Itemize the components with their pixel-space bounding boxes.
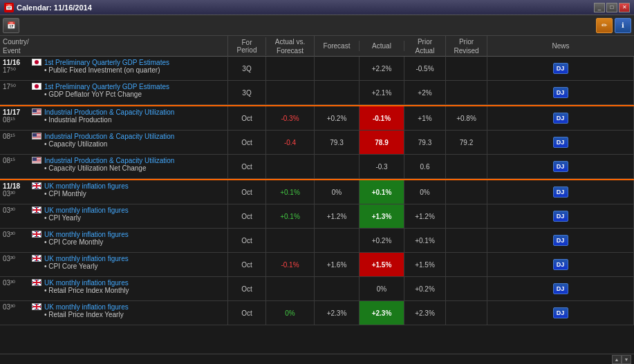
- cell-period: Oct: [228, 204, 266, 228]
- event-subtitle: • GDP Deflator YoY Pct Change: [44, 90, 225, 98]
- header-actual-vs-forecast: Actual vs. Forecast: [266, 36, 315, 57]
- cell-date-event: 17⁵⁰1st Preliminary Quarterly GDP Estima…: [0, 81, 228, 104]
- table-row[interactable]: 08¹⁵Industrial Production & Capacity Uti…: [0, 155, 634, 179]
- event-title: Industrial Production & Capacity Utiliza…: [44, 157, 225, 164]
- info-button[interactable]: ℹ: [615, 18, 631, 33]
- cell-news[interactable]: DJ: [487, 57, 634, 80]
- dj-news-button[interactable]: DJ: [553, 161, 568, 172]
- cell-news[interactable]: DJ: [487, 277, 634, 300]
- cell-period: 3Q: [228, 57, 266, 80]
- dj-news-button[interactable]: DJ: [553, 235, 568, 246]
- cell-actual-vs-forecast: +0.1%: [266, 180, 315, 204]
- event-time: 03³⁰: [3, 231, 29, 238]
- cell-news[interactable]: DJ: [487, 229, 634, 252]
- title-bar: 📅 Calendar: 11/16/2014 _ □ ✕: [0, 0, 634, 15]
- dj-news-button[interactable]: DJ: [553, 283, 568, 294]
- cell-prior-revised: [446, 204, 487, 228]
- info-icon: ℹ: [622, 21, 624, 29]
- dj-news-button[interactable]: DJ: [553, 259, 568, 270]
- table-row[interactable]: 03³⁰UK monthly inflation figures• Retail…: [0, 301, 634, 325]
- cell-actual: +0.1%: [360, 180, 404, 204]
- dj-news-button[interactable]: DJ: [553, 87, 568, 98]
- cell-news[interactable]: DJ: [487, 204, 634, 228]
- scroll-up-button[interactable]: ▲: [612, 355, 622, 364]
- scroll-down-button[interactable]: ▼: [622, 355, 631, 364]
- date-time-block: 17⁵⁰: [3, 83, 29, 90]
- calendar-button[interactable]: 📅: [3, 18, 19, 33]
- table-row[interactable]: 11/1803³⁰UK monthly inflation figures• C…: [0, 180, 634, 204]
- cell-news[interactable]: DJ: [487, 301, 634, 325]
- cell-actual-vs-forecast: 0%: [266, 301, 315, 325]
- cell-news[interactable]: DJ: [487, 81, 634, 104]
- event-info: Industrial Production & Capacity Utiliza…: [44, 133, 225, 148]
- dj-news-button[interactable]: DJ: [553, 63, 568, 74]
- event-subtitle: • CPI Core Monthly: [44, 238, 225, 246]
- cell-news[interactable]: DJ: [487, 180, 634, 204]
- cell-actual-vs-forecast: -0.4: [266, 131, 315, 154]
- table-row[interactable]: 03³⁰UK monthly inflation figures• CPI Co…: [0, 229, 634, 253]
- event-title: UK monthly inflation figures: [44, 207, 225, 214]
- cell-actual-vs-forecast: [266, 277, 315, 300]
- date-time-block: 03³⁰: [3, 231, 29, 238]
- cell-forecast: +1.2%: [315, 204, 360, 228]
- event-title: UK monthly inflation figures: [44, 231, 225, 238]
- table-row[interactable]: 03³⁰UK monthly inflation figures• CPI Co…: [0, 253, 634, 277]
- minimize-button[interactable]: _: [594, 3, 605, 12]
- event-time: 03³⁰: [3, 255, 29, 262]
- cell-prior-actual: +2.3%: [404, 301, 446, 325]
- close-button[interactable]: ✕: [619, 3, 630, 12]
- country-flag-gb: [32, 255, 41, 262]
- cell-news[interactable]: DJ: [487, 253, 634, 276]
- dj-news-button[interactable]: DJ: [553, 186, 568, 198]
- status-bar: ▲ ▼: [0, 354, 634, 364]
- cell-date-event: 08¹⁵Industrial Production & Capacity Uti…: [0, 131, 228, 154]
- event-date: 11/18: [3, 182, 29, 190]
- cell-prior-actual: 0.6: [404, 155, 446, 178]
- cell-date-event: 03³⁰UK monthly inflation figures• CPI Co…: [0, 253, 228, 276]
- cell-prior-revised: [446, 253, 487, 276]
- table-row[interactable]: 17⁵⁰1st Preliminary Quarterly GDP Estima…: [0, 81, 634, 105]
- cell-news[interactable]: DJ: [487, 106, 634, 130]
- date-time-block: 03³⁰: [3, 303, 29, 311]
- maximize-button[interactable]: □: [606, 3, 617, 12]
- event-info: 1st Preliminary Quarterly GDP Estimates•…: [44, 83, 225, 98]
- date-time-block: 11/1708¹⁵: [3, 108, 29, 124]
- cell-prior-revised: +0.8%: [446, 106, 487, 130]
- cell-period: Oct: [228, 277, 266, 300]
- cell-period: 3Q: [228, 81, 266, 104]
- cell-forecast: [315, 155, 360, 178]
- cell-forecast: +1.6%: [315, 253, 360, 276]
- dj-news-button[interactable]: DJ: [553, 113, 568, 124]
- date-time-block: 11/1803³⁰: [3, 182, 29, 198]
- country-flag-us: [32, 157, 41, 164]
- cell-news[interactable]: DJ: [487, 131, 634, 154]
- dj-news-button[interactable]: DJ: [553, 137, 568, 148]
- table-row[interactable]: 11/1617⁵⁰1st Preliminary Quarterly GDP E…: [0, 57, 634, 81]
- cell-forecast: +2.3%: [315, 301, 360, 325]
- cell-news[interactable]: DJ: [487, 155, 634, 178]
- cell-date-event: 11/1708¹⁵Industrial Production & Capacit…: [0, 106, 228, 130]
- event-title: Industrial Production & Capacity Utiliza…: [44, 133, 225, 140]
- table-row[interactable]: 03³⁰UK monthly inflation figures• Retail…: [0, 277, 634, 301]
- dj-news-button[interactable]: DJ: [553, 211, 568, 222]
- event-time: 08¹⁵: [3, 116, 29, 124]
- dj-news-button[interactable]: DJ: [553, 307, 568, 318]
- cell-actual: +2.3%: [360, 301, 404, 325]
- edit-icon: ✏: [602, 21, 607, 29]
- table-row[interactable]: 03³⁰UK monthly inflation figures• CPI Ye…: [0, 204, 634, 229]
- cell-period: Oct: [228, 301, 266, 325]
- header-forecast: Forecast: [315, 41, 360, 51]
- cell-actual: -0.3: [360, 155, 404, 178]
- cell-date-event: 03³⁰UK monthly inflation figures• CPI Co…: [0, 229, 228, 252]
- cell-actual: 0%: [360, 277, 404, 300]
- table-row[interactable]: 11/1708¹⁵Industrial Production & Capacit…: [0, 106, 634, 131]
- edit-button[interactable]: ✏: [596, 18, 613, 33]
- cell-forecast: [315, 81, 360, 104]
- cell-forecast: [315, 57, 360, 80]
- country-flag-jp: [32, 59, 41, 66]
- table-row[interactable]: 08¹⁵Industrial Production & Capacity Uti…: [0, 131, 634, 155]
- cell-prior-actual: 79.3: [404, 131, 446, 154]
- event-info: UK monthly inflation figures• Retail Pri…: [44, 279, 225, 294]
- date-time-block: 11/1617⁵⁰: [3, 59, 29, 74]
- calendar-icon: 📅: [7, 21, 15, 29]
